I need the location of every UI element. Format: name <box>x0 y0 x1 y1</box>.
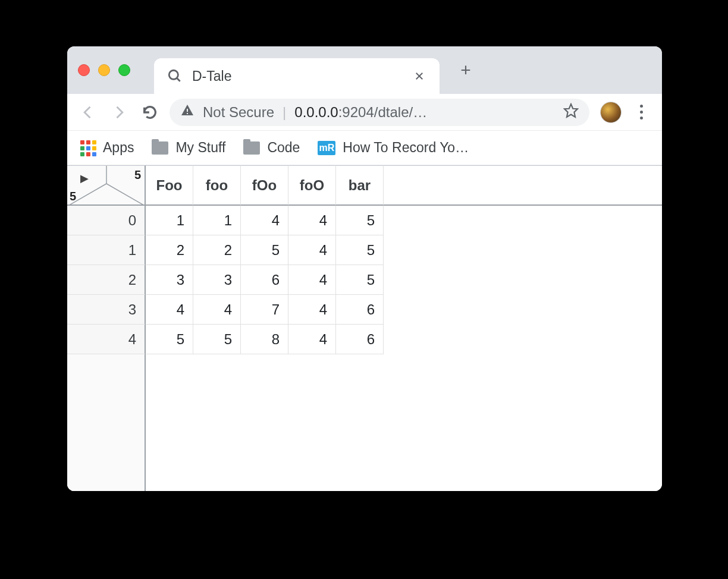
maximize-window-button[interactable] <box>118 64 130 76</box>
back-button[interactable] <box>79 103 97 121</box>
grid-corner[interactable]: ▶ 5 5 <box>67 165 146 206</box>
data-cell[interactable]: 5 <box>146 325 193 354</box>
svg-line-1 <box>177 78 180 81</box>
bookmark-apps[interactable]: Apps <box>80 140 134 156</box>
bookmark-star-icon[interactable] <box>563 103 579 122</box>
bookmark-label: How To Record Yo… <box>343 140 469 156</box>
data-cell[interactable]: 4 <box>288 206 336 235</box>
tab-close-button[interactable] <box>412 69 426 83</box>
omnibox[interactable]: Not Secure | 0.0.0.0:9204/dtale/… <box>170 99 589 126</box>
data-grid: ▶ 5 5 FoofoofOofoObar0114451225452336453… <box>67 165 662 491</box>
folder-icon <box>152 141 168 155</box>
column-header-blank <box>384 165 662 206</box>
data-cell[interactable]: 4 <box>193 295 241 325</box>
data-cell[interactable]: 3 <box>146 265 193 295</box>
reload-button[interactable] <box>141 103 159 121</box>
data-cell[interactable]: 1 <box>146 206 193 235</box>
search-icon <box>167 68 183 84</box>
bookmark-code[interactable]: Code <box>243 140 300 156</box>
browser-menu-button[interactable] <box>632 105 650 119</box>
data-cell[interactable]: 5 <box>241 235 288 265</box>
address-bar: Not Secure | 0.0.0.0:9204/dtale/… <box>67 94 662 131</box>
data-cell[interactable]: 7 <box>241 295 288 325</box>
forward-button[interactable] <box>110 103 128 121</box>
browser-tab[interactable]: D-Tale <box>154 58 440 94</box>
data-cell[interactable]: 2 <box>146 235 193 265</box>
svg-line-8 <box>67 184 106 204</box>
tab-title: D-Tale <box>192 68 403 84</box>
folder-icon <box>243 141 260 155</box>
data-cell[interactable]: 6 <box>241 265 288 295</box>
corner-divider <box>67 166 145 204</box>
minimize-window-button[interactable] <box>98 64 110 76</box>
data-cell-blank <box>384 235 662 265</box>
row-index[interactable]: 2 <box>67 265 146 295</box>
tab-strip: D-Tale + <box>67 46 662 94</box>
column-header[interactable]: foo <box>193 165 241 206</box>
data-cell[interactable]: 2 <box>193 235 241 265</box>
data-cell[interactable]: 6 <box>336 325 384 354</box>
bookmark-my-stuff[interactable]: My Stuff <box>152 140 225 156</box>
data-cell[interactable]: 4 <box>288 265 336 295</box>
data-cell[interactable]: 5 <box>336 235 384 265</box>
svg-rect-4 <box>187 109 188 112</box>
data-cell[interactable]: 3 <box>193 265 241 295</box>
column-header[interactable]: bar <box>336 165 384 206</box>
data-cell[interactable]: 4 <box>288 295 336 325</box>
row-index[interactable]: 1 <box>67 235 146 265</box>
data-cell[interactable]: 5 <box>193 325 241 354</box>
data-cell[interactable]: 4 <box>241 206 288 235</box>
data-cell[interactable]: 5 <box>336 265 384 295</box>
browser-window: D-Tale + <box>67 46 662 491</box>
svg-line-9 <box>106 184 145 204</box>
data-cell[interactable]: 1 <box>193 206 241 235</box>
data-cell[interactable]: 8 <box>241 325 288 354</box>
data-cell-blank <box>384 325 662 354</box>
column-header[interactable]: Foo <box>146 165 193 206</box>
data-cell[interactable]: 6 <box>336 295 384 325</box>
bookmarks-bar: Apps My Stuff Code mR How To Record Yo… <box>67 131 662 165</box>
close-window-button[interactable] <box>78 64 90 76</box>
omnibox-separator: | <box>283 104 286 121</box>
bookmark-label: Code <box>267 140 300 156</box>
profile-avatar[interactable] <box>600 102 622 123</box>
new-tab-button[interactable]: + <box>454 58 478 82</box>
data-cell[interactable]: 4 <box>288 325 336 354</box>
url-text: 0.0.0.0:9204/dtale/… <box>294 104 427 121</box>
mr-icon: mR <box>318 141 335 155</box>
svg-rect-5 <box>187 113 188 114</box>
row-index[interactable]: 0 <box>67 206 146 235</box>
data-cell-blank <box>384 265 662 295</box>
window-controls <box>78 64 130 76</box>
data-cell[interactable]: 5 <box>336 206 384 235</box>
data-cell[interactable]: 4 <box>146 295 193 325</box>
bookmark-howto[interactable]: mR How To Record Yo… <box>318 140 469 156</box>
data-cell-blank <box>384 206 662 235</box>
apps-icon <box>80 140 96 156</box>
data-cell[interactable]: 4 <box>288 235 336 265</box>
column-header[interactable]: fOo <box>241 165 288 206</box>
row-index[interactable]: 3 <box>67 295 146 325</box>
grid-gutter <box>67 354 146 491</box>
bookmark-label: Apps <box>103 140 134 156</box>
security-label: Not Secure <box>203 104 274 121</box>
row-index[interactable]: 4 <box>67 325 146 354</box>
column-header[interactable]: foO <box>288 165 336 206</box>
svg-point-0 <box>169 70 178 79</box>
page-content: ▶ 5 5 FoofoofOofoObar0114451225452336453… <box>67 165 662 491</box>
bookmark-label: My Stuff <box>175 140 225 156</box>
data-cell-blank <box>384 295 662 325</box>
svg-marker-6 <box>564 104 578 117</box>
warning-icon <box>180 103 194 121</box>
